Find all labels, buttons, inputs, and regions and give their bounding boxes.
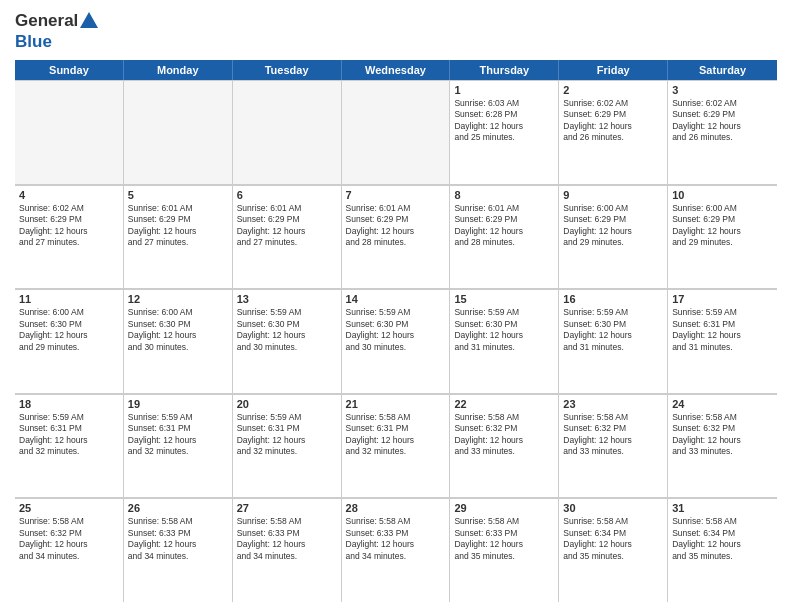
calendar-cell	[233, 80, 342, 184]
day-number: 9	[563, 189, 663, 201]
cell-info: Sunrise: 6:02 AM Sunset: 6:29 PM Dayligh…	[672, 98, 773, 144]
cell-info: Sunrise: 6:00 AM Sunset: 6:30 PM Dayligh…	[19, 307, 119, 353]
svg-marker-0	[80, 12, 98, 28]
day-number: 15	[454, 293, 554, 305]
cell-info: Sunrise: 6:01 AM Sunset: 6:29 PM Dayligh…	[128, 203, 228, 249]
day-number: 19	[128, 398, 228, 410]
day-number: 16	[563, 293, 663, 305]
day-number: 3	[672, 84, 773, 96]
cell-info: Sunrise: 5:59 AM Sunset: 6:31 PM Dayligh…	[237, 412, 337, 458]
header-day-monday: Monday	[124, 60, 233, 80]
calendar-cell: 15Sunrise: 5:59 AM Sunset: 6:30 PM Dayli…	[450, 289, 559, 393]
cell-info: Sunrise: 5:58 AM Sunset: 6:32 PM Dayligh…	[454, 412, 554, 458]
cell-info: Sunrise: 5:58 AM Sunset: 6:33 PM Dayligh…	[128, 516, 228, 562]
logo: General Blue	[15, 10, 100, 52]
calendar-cell: 8Sunrise: 6:01 AM Sunset: 6:29 PM Daylig…	[450, 185, 559, 289]
calendar-cell: 23Sunrise: 5:58 AM Sunset: 6:32 PM Dayli…	[559, 394, 668, 498]
cell-info: Sunrise: 5:58 AM Sunset: 6:32 PM Dayligh…	[672, 412, 773, 458]
header-day-saturday: Saturday	[668, 60, 777, 80]
calendar-cell: 1Sunrise: 6:03 AM Sunset: 6:28 PM Daylig…	[450, 80, 559, 184]
cell-info: Sunrise: 5:58 AM Sunset: 6:32 PM Dayligh…	[19, 516, 119, 562]
day-number: 21	[346, 398, 446, 410]
day-number: 4	[19, 189, 119, 201]
cell-info: Sunrise: 5:58 AM Sunset: 6:33 PM Dayligh…	[346, 516, 446, 562]
cell-info: Sunrise: 6:02 AM Sunset: 6:29 PM Dayligh…	[563, 98, 663, 144]
day-number: 11	[19, 293, 119, 305]
header-day-friday: Friday	[559, 60, 668, 80]
day-number: 20	[237, 398, 337, 410]
cell-info: Sunrise: 5:59 AM Sunset: 6:31 PM Dayligh…	[128, 412, 228, 458]
calendar-cell: 10Sunrise: 6:00 AM Sunset: 6:29 PM Dayli…	[668, 185, 777, 289]
day-number: 18	[19, 398, 119, 410]
calendar-cell: 28Sunrise: 5:58 AM Sunset: 6:33 PM Dayli…	[342, 498, 451, 602]
logo-blue: Blue	[15, 32, 100, 52]
calendar-cell: 24Sunrise: 5:58 AM Sunset: 6:32 PM Dayli…	[668, 394, 777, 498]
calendar-cell: 7Sunrise: 6:01 AM Sunset: 6:29 PM Daylig…	[342, 185, 451, 289]
cell-info: Sunrise: 6:02 AM Sunset: 6:29 PM Dayligh…	[19, 203, 119, 249]
calendar-cell: 18Sunrise: 5:59 AM Sunset: 6:31 PM Dayli…	[15, 394, 124, 498]
day-number: 13	[237, 293, 337, 305]
calendar-cell: 4Sunrise: 6:02 AM Sunset: 6:29 PM Daylig…	[15, 185, 124, 289]
day-number: 28	[346, 502, 446, 514]
day-number: 2	[563, 84, 663, 96]
calendar-cell	[15, 80, 124, 184]
day-number: 12	[128, 293, 228, 305]
day-number: 30	[563, 502, 663, 514]
day-number: 10	[672, 189, 773, 201]
day-number: 23	[563, 398, 663, 410]
header: General Blue	[15, 10, 777, 52]
calendar-cell: 3Sunrise: 6:02 AM Sunset: 6:29 PM Daylig…	[668, 80, 777, 184]
cell-info: Sunrise: 5:58 AM Sunset: 6:34 PM Dayligh…	[672, 516, 773, 562]
calendar-cell: 29Sunrise: 5:58 AM Sunset: 6:33 PM Dayli…	[450, 498, 559, 602]
calendar-cell: 25Sunrise: 5:58 AM Sunset: 6:32 PM Dayli…	[15, 498, 124, 602]
calendar-cell: 6Sunrise: 6:01 AM Sunset: 6:29 PM Daylig…	[233, 185, 342, 289]
calendar-cell: 12Sunrise: 6:00 AM Sunset: 6:30 PM Dayli…	[124, 289, 233, 393]
day-number: 25	[19, 502, 119, 514]
cell-info: Sunrise: 6:00 AM Sunset: 6:29 PM Dayligh…	[563, 203, 663, 249]
calendar-cell: 14Sunrise: 5:59 AM Sunset: 6:30 PM Dayli…	[342, 289, 451, 393]
logo-icon	[78, 10, 100, 32]
calendar-cell: 11Sunrise: 6:00 AM Sunset: 6:30 PM Dayli…	[15, 289, 124, 393]
calendar-cell	[342, 80, 451, 184]
calendar: SundayMondayTuesdayWednesdayThursdayFrid…	[15, 60, 777, 602]
header-day-thursday: Thursday	[450, 60, 559, 80]
calendar-cell: 5Sunrise: 6:01 AM Sunset: 6:29 PM Daylig…	[124, 185, 233, 289]
calendar-cell: 16Sunrise: 5:59 AM Sunset: 6:30 PM Dayli…	[559, 289, 668, 393]
calendar-cell: 13Sunrise: 5:59 AM Sunset: 6:30 PM Dayli…	[233, 289, 342, 393]
calendar-row-2: 4Sunrise: 6:02 AM Sunset: 6:29 PM Daylig…	[15, 185, 777, 290]
cell-info: Sunrise: 6:01 AM Sunset: 6:29 PM Dayligh…	[346, 203, 446, 249]
logo-general: General	[15, 11, 78, 31]
day-number: 7	[346, 189, 446, 201]
day-number: 27	[237, 502, 337, 514]
calendar-cell: 26Sunrise: 5:58 AM Sunset: 6:33 PM Dayli…	[124, 498, 233, 602]
day-number: 22	[454, 398, 554, 410]
cell-info: Sunrise: 5:59 AM Sunset: 6:30 PM Dayligh…	[454, 307, 554, 353]
calendar-cell: 31Sunrise: 5:58 AM Sunset: 6:34 PM Dayli…	[668, 498, 777, 602]
day-number: 31	[672, 502, 773, 514]
calendar-cell: 20Sunrise: 5:59 AM Sunset: 6:31 PM Dayli…	[233, 394, 342, 498]
calendar-row-1: 1Sunrise: 6:03 AM Sunset: 6:28 PM Daylig…	[15, 80, 777, 185]
calendar-cell: 19Sunrise: 5:59 AM Sunset: 6:31 PM Dayli…	[124, 394, 233, 498]
cell-info: Sunrise: 5:59 AM Sunset: 6:30 PM Dayligh…	[237, 307, 337, 353]
cell-info: Sunrise: 5:59 AM Sunset: 6:30 PM Dayligh…	[346, 307, 446, 353]
day-number: 5	[128, 189, 228, 201]
cell-info: Sunrise: 5:58 AM Sunset: 6:33 PM Dayligh…	[237, 516, 337, 562]
calendar-cell: 21Sunrise: 5:58 AM Sunset: 6:31 PM Dayli…	[342, 394, 451, 498]
calendar-cell: 17Sunrise: 5:59 AM Sunset: 6:31 PM Dayli…	[668, 289, 777, 393]
cell-info: Sunrise: 5:58 AM Sunset: 6:33 PM Dayligh…	[454, 516, 554, 562]
day-number: 17	[672, 293, 773, 305]
calendar-body: 1Sunrise: 6:03 AM Sunset: 6:28 PM Daylig…	[15, 80, 777, 602]
cell-info: Sunrise: 6:01 AM Sunset: 6:29 PM Dayligh…	[237, 203, 337, 249]
page: General Blue SundayMondayTuesdayWednesda…	[0, 0, 792, 612]
header-day-tuesday: Tuesday	[233, 60, 342, 80]
day-number: 6	[237, 189, 337, 201]
cell-info: Sunrise: 5:58 AM Sunset: 6:32 PM Dayligh…	[563, 412, 663, 458]
day-number: 24	[672, 398, 773, 410]
header-day-wednesday: Wednesday	[342, 60, 451, 80]
cell-info: Sunrise: 5:59 AM Sunset: 6:30 PM Dayligh…	[563, 307, 663, 353]
calendar-row-3: 11Sunrise: 6:00 AM Sunset: 6:30 PM Dayli…	[15, 289, 777, 394]
calendar-cell: 22Sunrise: 5:58 AM Sunset: 6:32 PM Dayli…	[450, 394, 559, 498]
calendar-header: SundayMondayTuesdayWednesdayThursdayFrid…	[15, 60, 777, 80]
cell-info: Sunrise: 5:58 AM Sunset: 6:31 PM Dayligh…	[346, 412, 446, 458]
day-number: 1	[454, 84, 554, 96]
